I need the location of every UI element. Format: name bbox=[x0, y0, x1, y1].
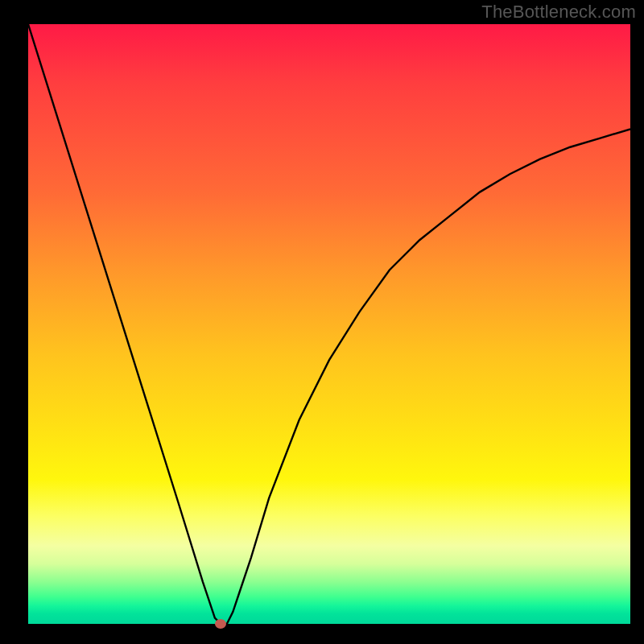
bottleneck-curve-path bbox=[28, 24, 630, 624]
optimal-point-marker bbox=[215, 619, 226, 629]
watermark-text: TheBottleneck.com bbox=[481, 2, 636, 23]
bottleneck-curve-svg bbox=[28, 24, 630, 624]
chart-outer-frame: TheBottleneck.com bbox=[0, 0, 644, 644]
chart-plot-area bbox=[28, 24, 630, 624]
